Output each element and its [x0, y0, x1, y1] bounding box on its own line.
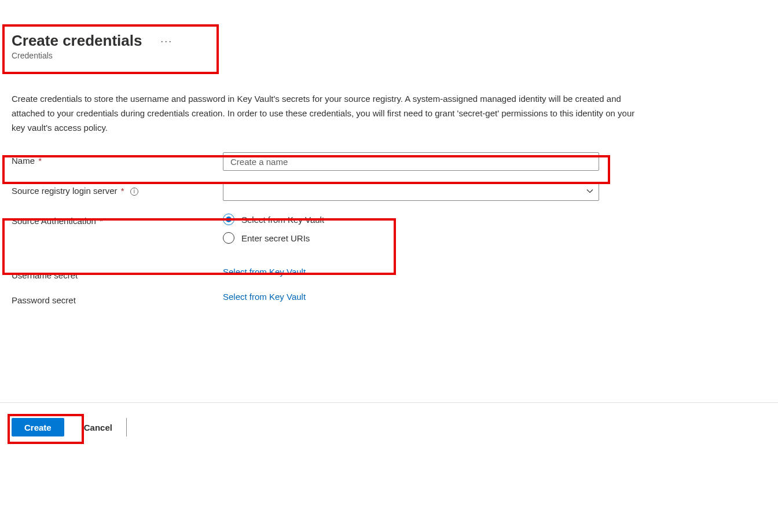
required-asterisk: *: [121, 186, 124, 196]
password-secret-label: Password secret: [12, 295, 76, 305]
name-input[interactable]: [223, 152, 599, 171]
create-button[interactable]: Create: [12, 418, 64, 436]
name-label: Name: [12, 156, 35, 166]
username-secret-label: Username secret: [12, 270, 78, 280]
password-secret-link[interactable]: Select from Key Vault: [223, 291, 306, 302]
radio-icon: [223, 232, 234, 244]
radio-label: Select from Key Vault: [241, 215, 324, 225]
more-actions-icon[interactable]: ···: [160, 35, 173, 47]
radio-icon: [223, 214, 234, 225]
radio-enter-secret-uris[interactable]: Enter secret URIs: [223, 232, 599, 244]
cancel-button[interactable]: Cancel: [70, 418, 127, 436]
required-asterisk: *: [38, 156, 42, 166]
info-icon[interactable]: i: [130, 188, 138, 196]
username-secret-link[interactable]: Select from Key Vault: [223, 266, 306, 277]
page-subtitle: Credentials: [12, 51, 766, 60]
page-description: Create credentials to store the username…: [0, 66, 654, 141]
source-auth-label: Source Authentication: [12, 216, 96, 226]
page-title: Create credentials: [12, 32, 142, 50]
source-registry-dropdown[interactable]: [223, 182, 599, 201]
source-registry-label: Source registry login server: [12, 186, 118, 196]
radio-select-key-vault[interactable]: Select from Key Vault: [223, 214, 599, 225]
radio-label: Enter secret URIs: [241, 233, 310, 243]
required-asterisk: *: [100, 216, 103, 226]
footer-divider: [0, 402, 778, 403]
source-auth-radio-group: Select from Key Vault Enter secret URIs: [223, 212, 599, 244]
